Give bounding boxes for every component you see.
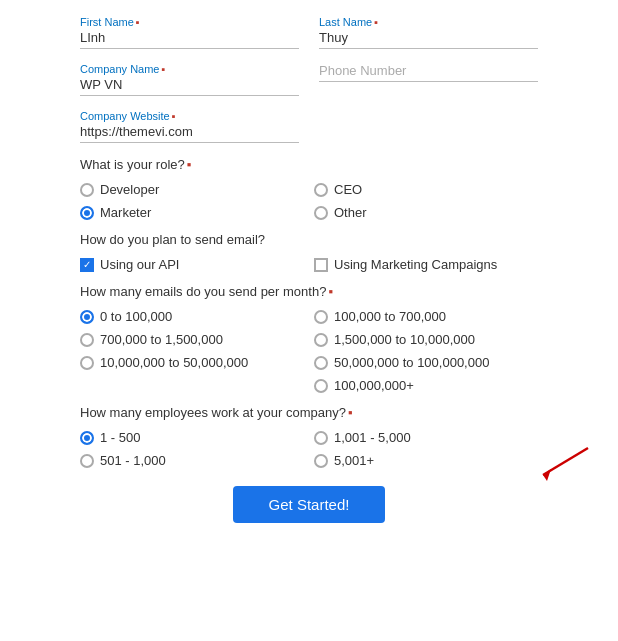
email-100m-plus[interactable]: 100,000,000+ xyxy=(314,378,538,393)
website-row: Company Website▪ https://themevi.com xyxy=(80,110,538,143)
emp-1001-5000[interactable]: 1,001 - 5,000 xyxy=(314,430,538,445)
radio-50m-100m-icon xyxy=(314,356,328,370)
svg-marker-1 xyxy=(543,469,551,481)
first-name-value[interactable]: LInh xyxy=(80,30,299,49)
radio-1001-5000-icon xyxy=(314,431,328,445)
role-other-label: Other xyxy=(334,205,367,220)
radio-other-icon xyxy=(314,206,328,220)
last-name-value[interactable]: Thuy xyxy=(319,30,538,49)
role-marketer-label: Marketer xyxy=(100,205,151,220)
email-50m-100m-label: 50,000,000 to 100,000,000 xyxy=(334,355,489,370)
role-question: What is your role?▪ xyxy=(80,157,538,172)
email-100m-plus-label: 100,000,000+ xyxy=(334,378,414,393)
email-700k-1500k-label: 700,000 to 1,500,000 xyxy=(100,332,223,347)
role-developer[interactable]: Developer xyxy=(80,182,304,197)
email-0-100k-label: 0 to 100,000 xyxy=(100,309,172,324)
first-name-col: First Name▪ LInh xyxy=(80,16,299,49)
email-700k-1500k[interactable]: 700,000 to 1,500,000 xyxy=(80,332,304,347)
email-10m-50m[interactable]: 10,000,000 to 50,000,000 xyxy=(80,355,304,370)
radio-0-100k-icon xyxy=(80,310,94,324)
email-50m-100m[interactable]: 50,000,000 to 100,000,000 xyxy=(314,355,538,370)
radio-100k-700k-icon xyxy=(314,310,328,324)
radio-700k-1500k-icon xyxy=(80,333,94,347)
radio-ceo-icon xyxy=(314,183,328,197)
company-website-value[interactable]: https://themevi.com xyxy=(80,124,299,143)
role-marketer[interactable]: Marketer xyxy=(80,205,304,220)
radio-501-1000-icon xyxy=(80,454,94,468)
email-0-100k[interactable]: 0 to 100,000 xyxy=(80,309,304,324)
name-row: First Name▪ LInh Last Name▪ Thuy xyxy=(80,16,538,49)
radio-100m-plus-icon xyxy=(314,379,328,393)
company-website-col: Company Website▪ https://themevi.com xyxy=(80,110,299,143)
company-website-label: Company Website▪ xyxy=(80,110,299,122)
company-phone-row: Company Name▪ WP VN Phone Number xyxy=(80,63,538,96)
website-placeholder-col xyxy=(319,110,538,143)
emp-1-500[interactable]: 1 - 500 xyxy=(80,430,304,445)
emp-5001-plus-label: 5,001+ xyxy=(334,453,374,468)
radio-developer-icon xyxy=(80,183,94,197)
email-100k-700k[interactable]: 100,000 to 700,000 xyxy=(314,309,538,324)
radio-marketer-icon xyxy=(80,206,94,220)
phone-number-placeholder[interactable]: Phone Number xyxy=(319,63,538,82)
role-ceo[interactable]: CEO xyxy=(314,182,538,197)
send-marketing-option[interactable]: Using Marketing Campaigns xyxy=(314,257,538,272)
red-arrow-icon xyxy=(513,443,593,483)
radio-1-500-icon xyxy=(80,431,94,445)
emails-radio-group: 0 to 100,000 100,000 to 700,000 700,000 … xyxy=(80,309,538,393)
radio-10m-50m-icon xyxy=(80,356,94,370)
email-1500k-10m[interactable]: 1,500,000 to 10,000,000 xyxy=(314,332,538,347)
phone-number-col: Phone Number xyxy=(319,63,538,96)
company-name-value[interactable]: WP VN xyxy=(80,77,299,96)
emp-1001-5000-label: 1,001 - 5,000 xyxy=(334,430,411,445)
role-developer-label: Developer xyxy=(100,182,159,197)
emails-question: How many emails do you send per month?▪ xyxy=(80,284,538,299)
emp-5001-plus[interactable]: 5,001+ xyxy=(314,453,538,468)
get-started-button[interactable]: Get Started! xyxy=(233,486,386,523)
role-other[interactable]: Other xyxy=(314,205,538,220)
radio-5001-plus-icon xyxy=(314,454,328,468)
send-marketing-label: Using Marketing Campaigns xyxy=(334,257,497,272)
role-radio-group: Developer CEO Marketer Other xyxy=(80,182,538,220)
send-email-checkbox-group: ✓ Using our API Using Marketing Campaign… xyxy=(80,257,538,272)
company-name-col: Company Name▪ WP VN xyxy=(80,63,299,96)
email-1500k-10m-label: 1,500,000 to 10,000,000 xyxy=(334,332,475,347)
emp-1-500-label: 1 - 500 xyxy=(100,430,140,445)
send-api-label: Using our API xyxy=(100,257,180,272)
employees-radio-group: 1 - 500 1,001 - 5,000 501 - 1,000 5,001+ xyxy=(80,430,538,468)
send-email-question: How do you plan to send email? xyxy=(80,232,538,247)
employees-question: How many employees work at your company?… xyxy=(80,405,538,420)
emp-501-1000[interactable]: 501 - 1,000 xyxy=(80,453,304,468)
company-name-label: Company Name▪ xyxy=(80,63,299,75)
send-api-option[interactable]: ✓ Using our API xyxy=(80,257,304,272)
email-100k-700k-label: 100,000 to 700,000 xyxy=(334,309,446,324)
last-name-label: Last Name▪ xyxy=(319,16,538,28)
checkbox-api-icon: ✓ xyxy=(80,258,94,272)
checkbox-marketing-icon xyxy=(314,258,328,272)
first-name-label: First Name▪ xyxy=(80,16,299,28)
radio-1500k-10m-icon xyxy=(314,333,328,347)
email-10m-50m-label: 10,000,000 to 50,000,000 xyxy=(100,355,248,370)
last-name-col: Last Name▪ Thuy xyxy=(319,16,538,49)
role-ceo-label: CEO xyxy=(334,182,362,197)
emp-501-1000-label: 501 - 1,000 xyxy=(100,453,166,468)
